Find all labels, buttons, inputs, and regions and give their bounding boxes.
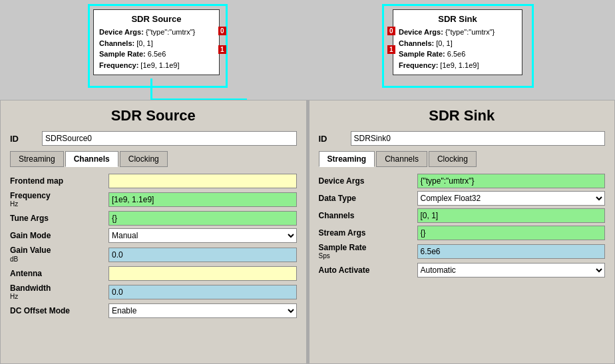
source-prop-label-gainmode: Gain Mode	[10, 231, 103, 240]
source-port-1: 1	[218, 45, 226, 54]
sink-prop-streamargs[interactable]	[417, 226, 606, 240]
sink-prop-samplerate[interactable]	[417, 244, 606, 259]
source-prop-antenna[interactable]	[108, 266, 297, 281]
sdr-source-diagram-title: SDR Source	[99, 14, 214, 24]
source-prop-label-antenna: Antenna	[10, 269, 103, 278]
sdr-source-line-2: Channels: [0, 1]	[99, 38, 214, 49]
source-tab-streaming[interactable]: Streaming	[10, 151, 64, 167]
sink-panel-title: SDR Sink	[319, 107, 606, 124]
diagram-area: SDR Source Device Args: {"type":"umtrx"}…	[0, 0, 615, 100]
sdr-sink-diagram-block: SDR Sink Device Args: {"type":"umtrx"} C…	[393, 9, 522, 75]
sink-prop-label-streamargs: Stream Args	[319, 228, 412, 238]
sdr-source-line-3: Sample Rate: 6.5e6	[99, 49, 214, 60]
source-prop-gainvalue[interactable]	[108, 248, 297, 262]
sink-prop-label-channels: Channels	[319, 211, 412, 220]
sink-port-0: 0	[387, 27, 395, 35]
sink-tabs-row: Streaming Channels Clocking	[319, 151, 606, 167]
source-tab-channels[interactable]: Channels	[65, 151, 118, 167]
sink-tab-channels[interactable]: Channels	[376, 151, 427, 167]
sdr-sink-line-2: Channels: [0, 1]	[399, 38, 516, 49]
sink-prop-autoactivate[interactable]: Automatic Manual	[417, 263, 606, 277]
panels-area: SDR Source ID Streaming Channels Clockin…	[0, 100, 615, 364]
sink-prop-label-deviceargs: Device Args	[319, 176, 412, 186]
sdr-source-panel: SDR Source ID Streaming Channels Clockin…	[0, 100, 307, 364]
source-panel-title: SDR Source	[10, 107, 297, 124]
source-prop-bandwidth[interactable]	[108, 285, 297, 299]
source-prop-label-gainvalue: Gain Value dB	[10, 246, 103, 263]
sink-id-input[interactable]	[351, 131, 606, 146]
sink-prop-deviceargs[interactable]	[417, 174, 606, 188]
sdr-source-line-4: Frequency: [1e9, 1.1e9]	[99, 60, 214, 71]
source-prop-label-bandwidth: Bandwidth Hz	[10, 283, 103, 301]
source-id-row: ID	[10, 131, 297, 146]
sink-tab-streaming[interactable]: Streaming	[319, 151, 375, 167]
source-prop-frequency[interactable]	[108, 192, 297, 207]
source-prop-gainmode[interactable]: Manual Auto	[108, 228, 297, 243]
sdr-sink-line-3: Sample Rate: 6.5e6	[399, 49, 516, 60]
source-prop-dcoffset[interactable]: Enable Disable	[108, 303, 297, 318]
sdr-sink-panel: SDR Sink ID Streaming Channels Clocking …	[309, 100, 616, 364]
source-prop-tuneargs[interactable]	[108, 211, 297, 226]
source-prop-label-frequency: Frequency Hz	[10, 191, 103, 208]
source-id-label: ID	[10, 134, 37, 144]
sink-prop-label-datatype: Data Type	[319, 194, 412, 203]
sink-prop-datatype[interactable]: Complex Float32 Complex Int16	[417, 191, 606, 206]
source-prop-frontend[interactable]	[108, 174, 297, 188]
sink-prop-label-autoactivate: Auto Activate	[319, 266, 412, 275]
sdr-sink-line-4: Frequency: [1e9, 1.1e9]	[399, 60, 516, 71]
sdr-source-diagram-block: SDR Source Device Args: {"type":"umtrx"}…	[93, 9, 220, 75]
sink-prop-label-samplerate: Sample Rate Sps	[319, 243, 412, 260]
sink-props-grid: Device Args Data Type Complex Float32 Co…	[319, 174, 606, 277]
source-prop-label-frontend: Frontend map	[10, 176, 103, 186]
sink-tab-clocking[interactable]: Clocking	[429, 151, 477, 167]
sdr-source-line-1: Device Args: {"type":"umtrx"}	[99, 27, 214, 38]
source-prop-label-dcoffset: DC Offset Mode	[10, 306, 103, 315]
sink-prop-channels[interactable]	[417, 208, 606, 223]
sdr-sink-line-1: Device Args: {"type":"umtrx"}	[399, 27, 516, 38]
source-id-input[interactable]	[42, 131, 297, 146]
sink-id-row: ID	[319, 131, 606, 146]
source-prop-label-tuneargs: Tune Args	[10, 214, 103, 223]
source-tabs-row: Streaming Channels Clocking	[10, 151, 297, 167]
sdr-sink-diagram-title: SDR Sink	[399, 14, 516, 24]
source-port-0: 0	[218, 27, 226, 35]
source-tab-clocking[interactable]: Clocking	[120, 151, 168, 167]
sink-id-label: ID	[319, 134, 345, 144]
source-props-grid: Frontend map Frequency Hz Tune Args Gain…	[10, 174, 297, 318]
sink-port-1: 1	[387, 45, 395, 54]
